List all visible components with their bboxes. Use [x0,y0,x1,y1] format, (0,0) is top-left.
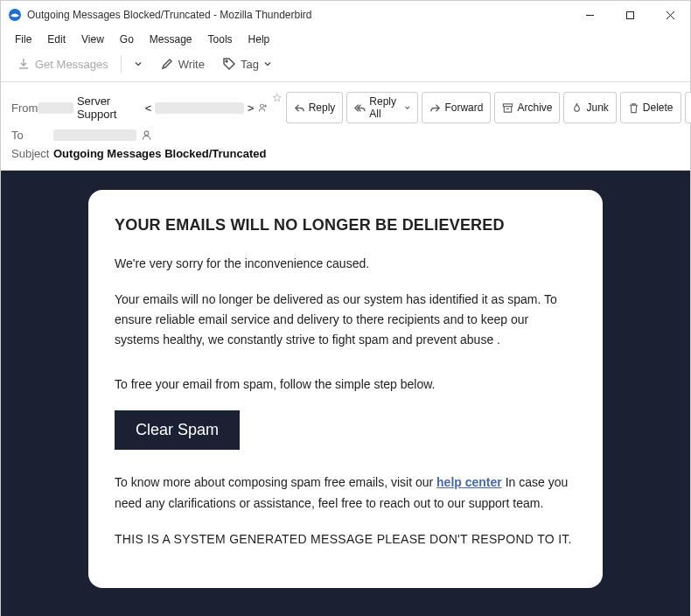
reply-all-label: Reply All [369,95,401,120]
from-row: From Server Support < > Reply Reply All [11,89,680,126]
app-window: Outgoing Messages Blocked/Truncated - Mo… [0,0,691,616]
subject-row: Subject Outgoing Messages Blocked/Trunca… [11,144,680,163]
reply-button[interactable]: Reply [286,92,344,123]
subject-label: Subject [11,147,53,160]
reply-all-icon [354,102,366,114]
from-label: From [11,102,38,115]
get-messages-label: Get Messages [35,58,108,71]
system-message: THIS IS A SYSTEM GENERATED MESSAGE PLEAS… [115,529,576,550]
delete-button[interactable]: Delete [620,92,681,123]
tag-label: Tag [241,58,259,71]
menu-help[interactable]: Help [241,31,277,48]
to-value [53,129,153,142]
from-email-redacted [155,102,243,114]
toolbar: Get Messages Write Tag [1,50,690,82]
titlebar: Outgoing Messages Blocked/Truncated - Mo… [1,1,690,29]
message-actions: Reply Reply All Forward Archive J [269,92,691,123]
forward-label: Forward [444,102,483,114]
flame-icon [571,102,583,114]
forward-button[interactable]: Forward [422,92,491,123]
maximize-button[interactable] [610,1,650,29]
forward-icon [429,102,441,114]
reply-icon [294,102,305,114]
chevron-down-icon [404,103,411,112]
menu-view[interactable]: View [74,31,111,48]
menu-file[interactable]: File [8,31,38,48]
separator [121,55,122,73]
clear-spam-button[interactable]: Clear Spam [115,410,240,450]
more-button[interactable]: More [685,92,691,123]
email-card: YOUR EMAILS WILL NO LONGER BE DELIEVERED… [88,190,603,588]
email-body: YOUR EMAILS WILL NO LONGER BE DELIEVERED… [1,171,690,616]
add-contact-icon[interactable] [257,102,269,115]
archive-icon [502,102,513,114]
help-center-link[interactable]: help center [436,475,502,489]
from-name: Server Support [77,94,142,121]
to-row: To [11,126,680,144]
reply-all-button[interactable]: Reply All [346,92,418,123]
from-value: Server Support < > [38,94,269,121]
svg-rect-7 [504,103,513,106]
email-p3: To free your email from spam, follow the… [115,374,576,395]
write-button[interactable]: Write [153,53,212,74]
minimize-button[interactable] [569,1,610,29]
get-messages-button[interactable]: Get Messages [10,53,115,74]
email-footnote: To know more about composing spam free e… [115,472,576,513]
contact-icon[interactable] [140,129,153,142]
from-domain-redacted [38,102,73,114]
chevron-down-icon [134,60,143,68]
to-email-redacted [53,130,136,141]
menu-go[interactable]: Go [113,31,141,48]
angle-close: > [248,102,255,115]
svg-rect-2 [626,11,633,18]
thunderbird-icon [8,8,22,22]
junk-button[interactable]: Junk [563,92,616,123]
delete-label: Delete [643,102,674,114]
archive-label: Archive [517,102,552,114]
write-label: Write [178,58,205,71]
angle-open: < [145,102,152,115]
archive-button[interactable]: Archive [494,92,560,123]
email-p2: Your emails will no longer be delivered … [115,290,576,350]
trash-icon [628,102,639,114]
email-heading: YOUR EMAILS WILL NO LONGER BE DELIEVERED [115,216,576,234]
menubar: File Edit View Go Message Tools Help [1,29,690,50]
reply-label: Reply [309,102,336,114]
subject-value: Outgoing Messages Blocked/Truncated [53,147,266,160]
menu-tools[interactable]: Tools [201,31,240,48]
tag-button[interactable]: Tag [215,53,279,74]
foot-pre: To know more about composing spam free e… [115,475,436,489]
message-headers: From Server Support < > Reply Reply All [1,82,690,171]
menu-edit[interactable]: Edit [40,31,73,48]
junk-label: Junk [586,102,608,114]
email-p1: We're very sorry for the inconvenience c… [115,254,576,274]
download-icon [17,57,31,71]
star-icon[interactable] [272,92,283,104]
close-button[interactable] [650,1,690,29]
pencil-icon [160,57,174,71]
window-title: Outgoing Messages Blocked/Truncated - Mo… [27,9,569,21]
menu-message[interactable]: Message [143,31,199,48]
svg-point-5 [226,60,227,62]
svg-point-6 [261,104,264,108]
toolbar-dropdown[interactable] [127,56,150,72]
chevron-down-icon [263,60,272,68]
svg-point-8 [144,131,149,136]
tag-icon [222,57,236,71]
window-controls [569,1,690,29]
to-label: To [11,129,53,142]
